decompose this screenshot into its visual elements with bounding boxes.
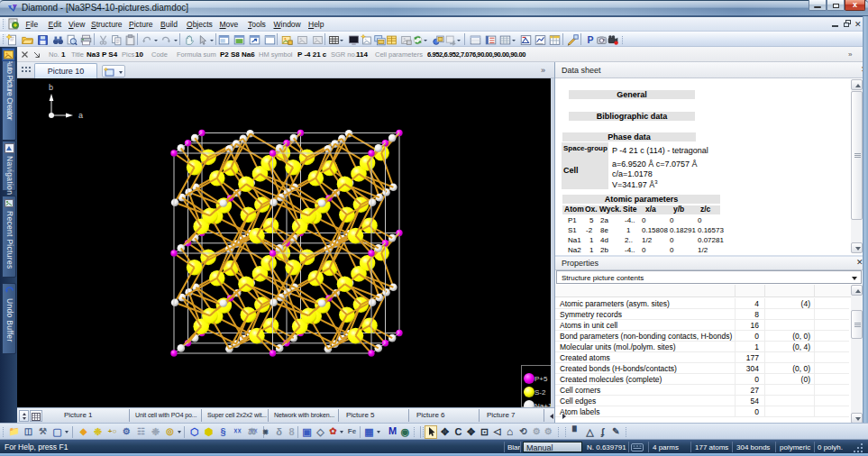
svg-text:S-2: S-2 [535, 388, 546, 397]
svg-text:b: b [49, 83, 53, 92]
svg-text:a: a [78, 111, 83, 120]
svg-text:P: P [587, 34, 593, 45]
svg-text:P+5: P+5 [535, 375, 548, 383]
